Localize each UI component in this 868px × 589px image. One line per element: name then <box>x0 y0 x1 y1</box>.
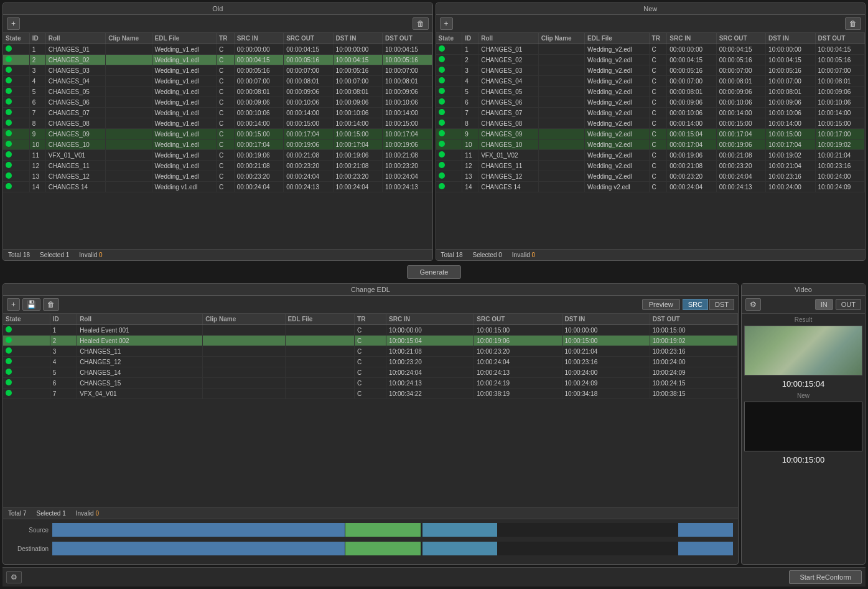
cell-state <box>3 182 29 192</box>
cell-srcout: 00:00:08:01 <box>284 76 333 87</box>
new-trash-button[interactable]: 🗑 <box>845 17 861 30</box>
new-invalid-label: Invalid 0 <box>512 252 535 258</box>
change-edl-add-button[interactable]: + <box>7 298 20 311</box>
cell-tr: C <box>355 346 386 357</box>
cell-id: 12 <box>29 161 45 171</box>
new-add-button[interactable]: + <box>440 17 453 30</box>
table-row[interactable]: 3 CHANGES_03 Wedding_v1.edl C 00:00:05:1… <box>3 65 432 76</box>
cell-dstout: 10:00:08:01 <box>815 76 865 87</box>
start-recon-button[interactable]: Start ReConform <box>789 570 862 584</box>
table-row[interactable]: 6 CHANGES_06 Wedding_v2.edl C 00:00:09:0… <box>436 97 865 108</box>
preview-button[interactable]: Preview <box>642 299 680 310</box>
table-row[interactable]: 13 CHANGES_12 Wedding_v1.edl C 00:00:23:… <box>3 171 432 182</box>
table-row[interactable]: 14 CHANGES 14 Wedding v2.edl C 00:00:24:… <box>436 182 865 192</box>
cell-edl: Wedding_v2.edl <box>585 171 649 182</box>
cell-state <box>3 65 29 76</box>
cell-clip <box>106 129 152 139</box>
cell-edl: Wedding_v2.edl <box>585 76 649 87</box>
in-button[interactable]: IN <box>815 299 833 310</box>
cell-state <box>3 108 29 118</box>
table-row[interactable]: 1 Healed Event 001 C 10:00:00:00 10:00:1… <box>3 325 738 336</box>
cell-id: 1 <box>50 325 77 336</box>
old-trash-button[interactable]: 🗑 <box>413 17 429 30</box>
cell-srcout: 00:00:23:20 <box>284 161 333 171</box>
table-row[interactable]: 1 CHANGES_01 Wedding_v1.edl C 00:00:00:0… <box>3 44 432 55</box>
table-row[interactable]: 2 CHANGES_02 Wedding_v2.edl C 00:00:04:1… <box>436 55 865 65</box>
change-edl-save-button[interactable]: 💾 <box>22 298 40 311</box>
video-gear-button[interactable]: ⚙ <box>745 298 761 311</box>
table-row[interactable]: 14 CHANGES 14 Wedding v1.edl C 00:00:24:… <box>3 182 432 192</box>
table-row[interactable]: 4 CHANGES_04 Wedding_v1.edl C 00:00:07:0… <box>3 76 432 87</box>
result-timecode: 10:00:15:04 <box>744 378 862 390</box>
footer-gear-button[interactable]: ⚙ <box>6 571 22 583</box>
cell-dstout: 10:00:24:09 <box>815 182 865 192</box>
table-row[interactable]: 11 VFX_01_V02 Wedding_v2.edl C 00:00:19:… <box>436 150 865 161</box>
table-row[interactable]: 5 CHANGES_05 Wedding_v1.edl C 00:00:08:0… <box>3 87 432 97</box>
cell-id: 6 <box>29 97 45 108</box>
table-row[interactable]: 9 CHANGES_09 Wedding_v2.edl C 00:00:15:0… <box>436 129 865 139</box>
table-row[interactable]: 4 CHANGES_04 Wedding_v2.edl C 00:00:07:0… <box>436 76 865 87</box>
cell-dstout: 10:00:24:04 <box>383 171 432 182</box>
cell-roll: CHANGES_01 <box>45 44 106 55</box>
cell-tr: C <box>649 44 667 55</box>
cell-state <box>436 108 462 118</box>
table-row[interactable]: 6 CHANGES_06 Wedding_v1.edl C 00:00:09:0… <box>3 97 432 108</box>
table-row[interactable]: 6 CHANGES_15 C 10:00:24:13 10:00:24:19 1… <box>3 378 738 389</box>
table-row[interactable]: 4 CHANGES_12 C 10:00:23:20 10:00:24:04 1… <box>3 357 738 367</box>
new-col-edl: EDL File <box>585 33 649 44</box>
cell-state <box>3 55 29 65</box>
table-row[interactable]: 7 VFX_04_V01 C 10:00:34:22 10:00:38:19 1… <box>3 389 738 399</box>
table-row[interactable]: 9 CHANGES_09 Wedding_v1.edl C 00:00:15:0… <box>3 129 432 139</box>
table-row[interactable]: 1 CHANGES_01 Wedding_v2.edl C 00:00:00:0… <box>436 44 865 55</box>
cell-srcin: 00:00:19:06 <box>234 150 283 161</box>
change-edl-trash-button[interactable]: 🗑 <box>43 298 59 311</box>
table-row[interactable]: 3 CHANGES_11 C 10:00:21:08 10:00:23:20 1… <box>3 346 738 357</box>
cell-state <box>436 139 462 150</box>
cell-roll: CHANGES_09 <box>45 129 106 139</box>
new-selected-label: Selected 0 <box>473 252 502 258</box>
out-button[interactable]: OUT <box>836 299 861 310</box>
cell-edl: Wedding_v2.edl <box>585 108 649 118</box>
cell-state <box>436 76 462 87</box>
table-row[interactable]: 10 CHANGES_10 Wedding_v2.edl C 00:00:17:… <box>436 139 865 150</box>
old-add-button[interactable]: + <box>7 17 20 30</box>
cell-roll: CHANGES_05 <box>45 87 106 97</box>
cell-srcout: 00:00:24:13 <box>284 182 333 192</box>
table-row[interactable]: 3 CHANGES_03 Wedding_v2.edl C 00:00:05:1… <box>436 65 865 76</box>
cell-edl: Wedding_v1.edl <box>152 139 216 150</box>
cell-roll: CHANGES_12 <box>77 357 203 367</box>
table-row[interactable]: 5 CHANGES_14 C 10:00:24:04 10:00:24:13 1… <box>3 367 738 378</box>
src-button[interactable]: SRC <box>683 299 708 310</box>
old-toolbar: + 🗑 <box>3 15 432 33</box>
generate-button[interactable]: Generate <box>407 265 462 279</box>
cell-id: 14 <box>462 182 478 192</box>
table-row[interactable]: 12 CHANGES_11 Wedding_v2.edl C 00:00:21:… <box>436 161 865 171</box>
dst-button[interactable]: DST <box>709 299 734 310</box>
new-status-bar: Total 18 Selected 0 Invalid 0 <box>436 249 866 260</box>
cell-state <box>3 150 29 161</box>
table-row[interactable]: 12 CHANGES_11 Wedding_v1.edl C 00:00:21:… <box>3 161 432 171</box>
table-row[interactable]: 8 CHANGES_08 Wedding_v2.edl C 00:00:14:0… <box>436 118 865 129</box>
cell-srcin: 00:00:08:01 <box>667 87 716 97</box>
cell-dstout: 10:00:21:08 <box>383 150 432 161</box>
cell-clip <box>538 150 584 161</box>
change-edl-toolbar: + 💾 🗑 Preview SRC DST <box>3 296 738 314</box>
cell-id: 12 <box>462 161 478 171</box>
table-row[interactable]: 11 VFX_01_V01 Wedding_v1.edl C 00:00:19:… <box>3 150 432 161</box>
table-row[interactable]: 2 Healed Event 002 C 10:00:15:04 10:00:1… <box>3 336 738 346</box>
table-row[interactable]: 7 CHANGES_07 Wedding_v1.edl C 00:00:10:0… <box>3 108 432 118</box>
result-label: Result <box>744 316 862 323</box>
new-col-roll: Roll <box>478 33 539 44</box>
table-row[interactable]: 10 CHANGES_10 Wedding_v1.edl C 00:00:17:… <box>3 139 432 150</box>
table-row[interactable]: 7 CHANGES_07 Wedding_v2.edl C 00:00:10:0… <box>436 108 865 118</box>
change-edl-table-container: State ID Roll Clip Name EDL File TR SRC … <box>3 314 738 507</box>
src-dst-group: SRC DST <box>683 299 734 310</box>
table-row[interactable]: 2 CHANGES_02 Wedding_v1.edl C 00:00:04:1… <box>3 55 432 65</box>
cell-dstout: 10:00:38:15 <box>650 389 737 399</box>
table-row[interactable]: 13 CHANGES_12 Wedding_v2.edl C 00:00:23:… <box>436 171 865 182</box>
table-row[interactable]: 5 CHANGES_05 Wedding_v2.edl C 00:00:08:0… <box>436 87 865 97</box>
table-row[interactable]: 8 CHANGES_08 Wedding_v1.edl C 00:00:14:0… <box>3 118 432 129</box>
cell-id: 4 <box>29 76 45 87</box>
cell-clip <box>538 55 584 65</box>
cell-id: 7 <box>462 108 478 118</box>
